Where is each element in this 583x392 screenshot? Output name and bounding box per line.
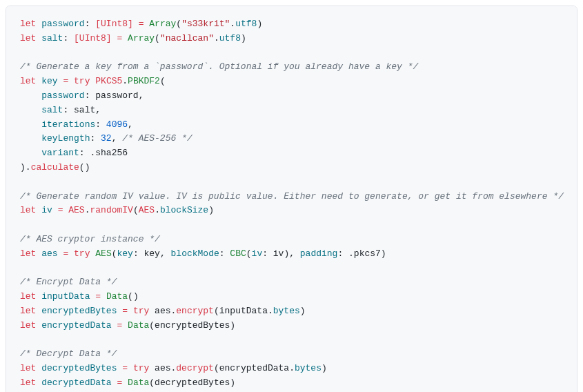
val-iv: iv [273,248,284,259]
var-inputdata: inputData [41,291,90,302]
prop-utf8: utf8 [235,19,257,29]
param-blockmode: blockMode [171,248,219,259]
param-key: key [117,248,133,259]
type-uint8: [UInt8] [74,33,112,43]
string-s33krit: "s33krit" [181,19,230,29]
keyword-let: let [20,76,36,86]
type-aes: AES [95,248,111,259]
fn-data: Data [128,320,149,331]
keyword-try: try [74,248,90,259]
val-4096: 4096 [106,119,128,130]
param-keylength: keyLength [41,133,90,144]
fn-cbc: CBC [230,248,246,259]
comment-generate-key: /* Generate a key from a `password`. Opt… [20,61,418,72]
fn-calculate: calculate [31,162,79,173]
val-decryptedbytes: decryptedBytes [155,378,230,388]
param-iterations: iterations [41,119,95,130]
keyword-let: let [20,291,36,302]
fn-encrypt: encrypt [176,306,214,316]
val-aes: aes [155,363,170,373]
prop-bytes: bytes [295,363,322,373]
keyword-let: let [20,320,36,331]
code-block: let password: [UInt8] = Array("s33krit".… [6,6,577,392]
comment-decrypt: /* Decrypt Data */ [20,349,117,359]
val-inputdata: inputData [219,306,268,316]
val-salt: salt [74,105,95,115]
val-key: key [144,248,160,259]
string-nacllcan: "nacllcan" [160,33,214,43]
val-aes: aes [155,306,170,316]
val-encryptedbytes: encryptedBytes [155,320,230,331]
keyword-let: let [20,205,36,215]
keyword-try: try [133,306,149,316]
val-encrypteddata: encryptedData [219,363,289,373]
comment-encrypt: /* Encrypt Data */ [20,277,117,287]
fn-array: Array [128,33,155,43]
param-iv: iv [252,248,263,259]
fn-pbkdf2: PBKDF2 [128,76,160,86]
val-password: password [95,90,138,101]
var-aes: aes [41,248,57,259]
val-sha256: sha256 [95,148,128,158]
keyword-let: let [20,248,36,259]
prop-utf8: utf8 [219,33,241,43]
comment-aes-instance: /* AES cryptor instance */ [20,234,160,244]
prop-bytes: bytes [273,306,300,316]
fn-randomiv: randomIV [90,205,132,215]
val-32: 32 [101,133,112,144]
param-password: password [41,90,84,101]
comment-random-iv: /* Generate random IV value. IV is publi… [20,191,564,202]
fn-data: Data [128,378,149,388]
keyword-let: let [20,306,36,316]
var-key: key [41,76,57,86]
type-pkcs5: PKCS5 [95,76,122,86]
comment-aes256: /* AES-256 */ [122,133,192,144]
var-iv: iv [41,205,52,215]
fn-decrypt: decrypt [176,363,214,373]
keyword-let: let [20,33,36,43]
fn-array: Array [149,19,176,29]
var-decrypteddata: decryptedData [41,378,111,388]
var-encryptedbytes: encryptedBytes [41,306,117,316]
keyword-let: let [20,378,36,388]
var-encrypteddata: encryptedData [41,320,111,331]
val-pkcs7: pkcs7 [354,248,381,259]
param-salt: salt [41,105,63,115]
type-aes: AES [68,205,84,215]
keyword-let: let [20,19,36,29]
keyword-try: try [133,363,149,373]
var-decryptedbytes: decryptedBytes [41,363,117,373]
var-salt: salt [41,33,63,43]
var-password: password [41,19,84,29]
keyword-try: try [74,76,90,86]
fn-data: Data [106,291,128,302]
type-aes: AES [139,205,155,215]
param-padding: padding [300,248,338,259]
prop-blocksize: blockSize [160,205,208,215]
keyword-let: let [20,363,36,373]
type-uint8: [UInt8] [95,19,133,29]
param-variant: variant [41,148,79,158]
